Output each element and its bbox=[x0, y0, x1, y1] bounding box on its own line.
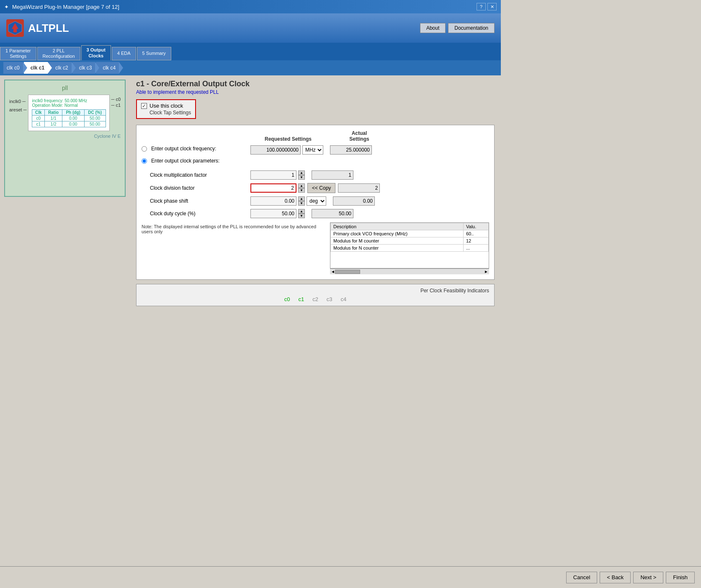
pll-table: Clk Ratio Ph (dg) DC (%) c0 1/1 0.00 bbox=[32, 109, 106, 127]
close-button[interactable]: ✕ bbox=[487, 3, 497, 10]
pll-c0-dc: 50.00 bbox=[84, 116, 106, 121]
div-label: Clock division factor bbox=[150, 185, 250, 191]
areset-signal: areset ─ bbox=[9, 107, 26, 112]
duty-label: Clock duty cycle (%) bbox=[150, 211, 250, 217]
mult-row: Clock multiplication factor ▲ ▼ bbox=[142, 170, 489, 180]
phase-unit-select[interactable]: deg bbox=[307, 196, 326, 206]
pll-left-labels: inclk0 ─ areset ─ bbox=[9, 95, 26, 112]
pll-inner: inclk0 frequency: 50.000 MHz Operation M… bbox=[28, 95, 109, 131]
mult-spinner: ▲ ▼ bbox=[298, 170, 305, 180]
tab-eda[interactable]: 4 EDA bbox=[112, 47, 136, 60]
pll-freq-header: inclk0 frequency: 50.000 MHz Operation M… bbox=[32, 98, 106, 108]
pll-row-c1: c1 1/2 0.00 50.00 bbox=[32, 121, 106, 127]
phase-spinner: ▲ ▼ bbox=[298, 196, 305, 206]
documentation-button[interactable]: Documentation bbox=[448, 23, 495, 33]
settings-area: Requested Settings Actual Settings Enter… bbox=[136, 125, 495, 280]
pll-col-clk: Clk bbox=[32, 110, 45, 116]
tab-c0-label: clk c0 bbox=[7, 65, 20, 71]
duty-spin-up[interactable]: ▲ bbox=[298, 209, 305, 214]
desc-col2-header: Valu. bbox=[464, 223, 489, 230]
scroll-left-arrow[interactable]: ◄ bbox=[331, 269, 335, 274]
desc-row0-val: 60.. bbox=[464, 230, 489, 237]
copy-button[interactable]: << Copy bbox=[307, 183, 335, 193]
right-panel: c1 - Core/External Output Clock Able to … bbox=[130, 75, 501, 399]
mult-spin-up[interactable]: ▲ bbox=[298, 170, 305, 175]
params-radio[interactable] bbox=[142, 158, 147, 164]
svg-rect-2 bbox=[13, 29, 17, 32]
feasibility-title: Per Clock Feasibility Indicators bbox=[142, 288, 489, 294]
div-spin-down[interactable]: ▼ bbox=[298, 188, 305, 193]
title-bar-icons: ? ✕ bbox=[477, 3, 497, 10]
about-button[interactable]: About bbox=[420, 23, 446, 33]
pll-c0-clk: c0 bbox=[32, 116, 45, 121]
tab-output-clocks[interactable]: 3 OutputClocks bbox=[81, 45, 111, 60]
phase-actual bbox=[333, 196, 375, 206]
phase-row: Clock phase shift ▲ ▼ deg bbox=[142, 196, 489, 206]
pll-row-c0: c0 1/1 0.00 50.00 bbox=[32, 116, 106, 121]
tab-clk-c4[interactable]: clk c4 bbox=[96, 62, 119, 74]
feas-c0: c0 bbox=[284, 296, 290, 302]
freq-radio-label[interactable]: Enter output clock frequency: bbox=[142, 146, 250, 152]
desc-row2-val: ... bbox=[464, 245, 489, 252]
feas-c2: c2 bbox=[312, 296, 318, 302]
div-input[interactable] bbox=[250, 183, 296, 193]
tab-pll-label: 2 PLLReconfiguration bbox=[43, 48, 75, 59]
pll-col-dc: DC (%) bbox=[84, 110, 106, 116]
phase-spin-down[interactable]: ▼ bbox=[298, 201, 305, 206]
tab-pll-reconfig[interactable]: 2 PLLReconfiguration bbox=[37, 47, 80, 60]
title-bar: ✦ MegaWizard Plug-In Manager [page 7 of … bbox=[0, 0, 501, 13]
phase-input[interactable] bbox=[250, 196, 296, 206]
pll-c0-ratio: 1/1 bbox=[45, 116, 62, 121]
clock-subtitle: Able to implement the requested PLL bbox=[136, 89, 495, 95]
duty-spinner: ▲ ▼ bbox=[298, 209, 305, 218]
tab-clk-c3[interactable]: clk c3 bbox=[72, 62, 95, 74]
freq-row: Enter output clock frequency: 100.000000… bbox=[142, 145, 489, 155]
div-spin-up[interactable]: ▲ bbox=[298, 183, 305, 188]
freq-radio[interactable] bbox=[142, 146, 147, 152]
duty-row: Clock duty cycle (%) ▲ ▼ bbox=[142, 209, 489, 218]
pll-c1-ph: 0.00 bbox=[62, 121, 84, 127]
tab-clk-c0[interactable]: clk c0 bbox=[3, 62, 23, 74]
pll-title: pll bbox=[9, 85, 121, 91]
header-buttons: About Documentation bbox=[420, 23, 495, 33]
mult-spin-down[interactable]: ▼ bbox=[298, 175, 305, 180]
pll-right-labels: ─ c0 ─ c1 bbox=[111, 97, 121, 108]
pll-out-c1: ─ c1 bbox=[111, 103, 121, 108]
tab-summary[interactable]: 5 Summary bbox=[137, 47, 171, 60]
feasibility-box: Per Clock Feasibility Indicators c0 c1 c… bbox=[136, 284, 495, 306]
tab-c1-label: clk c1 bbox=[31, 65, 44, 71]
tab-parameter-settings[interactable]: 1 ParameterSettings bbox=[0, 47, 36, 60]
mult-input[interactable] bbox=[250, 170, 296, 180]
desc-row1-name: Modulus for M counter bbox=[331, 237, 464, 245]
div-row: Clock division factor ▲ ▼ << Copy bbox=[142, 183, 489, 193]
pll-c1-ratio: 1/2 bbox=[45, 121, 62, 127]
help-button[interactable]: ? bbox=[477, 3, 486, 10]
scroll-thumb[interactable] bbox=[335, 270, 360, 274]
tab-clk-c2[interactable]: clk c2 bbox=[49, 62, 72, 74]
pll-wrap: inclk0 ─ areset ─ inclk0 frequency: 50.0… bbox=[9, 95, 121, 131]
freq-unit-select[interactable]: MHz bbox=[302, 145, 323, 155]
pll-c0-ph: 0.00 bbox=[62, 116, 84, 121]
div-input-group: ▲ ▼ bbox=[250, 183, 305, 193]
feasibility-clocks: c0 c1 c2 c3 c4 bbox=[142, 296, 489, 302]
use-clock-checkbox[interactable]: ✓ bbox=[141, 103, 147, 109]
desc-row-1: Modulus for M counter 12 bbox=[331, 237, 489, 245]
duty-input[interactable] bbox=[250, 209, 296, 218]
freq-radio-text: Enter output clock frequency: bbox=[151, 146, 216, 152]
phase-spin-up[interactable]: ▲ bbox=[298, 196, 305, 201]
freq-actual: 25.000000 bbox=[330, 145, 372, 155]
title-bar-text: MegaWizard Plug-In Manager [page 7 of 12… bbox=[12, 4, 119, 10]
duty-spin-down[interactable]: ▼ bbox=[298, 214, 305, 218]
scroll-right-arrow[interactable]: ► bbox=[484, 269, 488, 274]
use-clock-label: Use this clock bbox=[149, 103, 183, 109]
app-icon: ✦ bbox=[4, 4, 9, 10]
horizontal-scrollbar[interactable]: ◄ ► bbox=[330, 268, 489, 274]
pll-c1-dc: 50.00 bbox=[84, 121, 106, 127]
desc-area: Note: The displayed internal settings of… bbox=[142, 222, 489, 274]
freq-input[interactable]: 100.00000000 bbox=[250, 145, 301, 155]
phase-label: Clock phase shift bbox=[150, 198, 250, 204]
app-name: ALTPLL bbox=[28, 22, 69, 35]
params-radio-label[interactable]: Enter output clock parameters: bbox=[142, 158, 250, 164]
tab-clk-c1[interactable]: clk c1 bbox=[24, 62, 48, 74]
desc-row-2: Modulus for N counter ... bbox=[331, 245, 489, 252]
